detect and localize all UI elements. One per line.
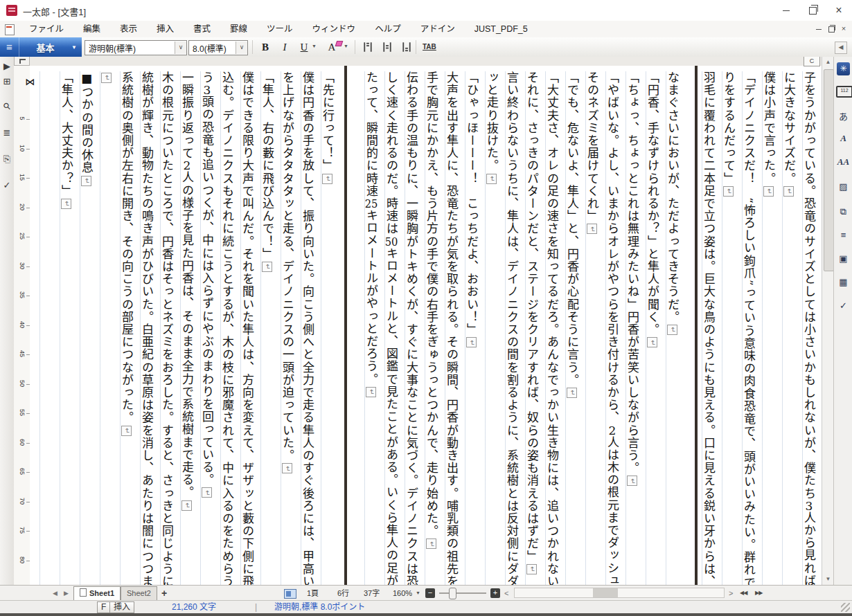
check-icon[interactable]: ✓ <box>0 180 14 190</box>
text-column[interactable]: 大声を出す隼人に、恐竜たちが気を取られる。その瞬間、円香が動き出す。哺乳類の祖先… <box>441 71 461 585</box>
zoom-level[interactable]: 160% <box>393 586 412 601</box>
document-icon[interactable] <box>5 24 15 35</box>
next-page-button[interactable]: ▶▶ <box>755 586 762 601</box>
zoom-in-button[interactable]: + <box>490 588 500 598</box>
text-column[interactable]: 一瞬振り返って2人の様子を見た円香は、そのまま全力で系統樹まで走る。↵ <box>177 71 197 585</box>
text-column[interactable]: 僕は円香の手を放して、振り向いた。向こう側へと全力で走る隼人のすぐ後ろには、甲高… <box>297 71 317 585</box>
text-column[interactable]: しく速く走れるのだ。時速は50キロメートルと、図鑑で見たことがある。いくら隼人の… <box>381 71 401 585</box>
text-column[interactable]: 「大丈夫さ、オレの足の速さを知ってるだろ。あんなでっかい生き物には、追いつかれな… <box>542 71 562 585</box>
align-top-button[interactable] <box>362 41 374 53</box>
picture-insert-icon[interactable]: ▣ <box>834 253 852 264</box>
text-column[interactable]: 子をうかがっている。恐竜のサイズとしては小さいかもしれないが、僕たち3人から見れ… <box>799 71 819 585</box>
doc-minimize-button[interactable] <box>813 24 824 34</box>
horizontal-scrollbar[interactable] <box>514 588 725 598</box>
doc-close-button[interactable]: × <box>838 24 849 34</box>
menu-item-ウィンドウ[interactable]: ウィンドウ <box>303 21 366 37</box>
underline-button[interactable]: U <box>296 39 312 55</box>
photo-date-icon[interactable]: 112 <box>836 86 852 98</box>
text-column[interactable]: それに、さっきのパターンだと、ステージをクリアすれば、奴らの姿も消えるはずだ」↵ <box>522 71 542 585</box>
text-lines-icon[interactable]: ≡ <box>834 230 852 240</box>
text-column[interactable]: ↵ <box>96 71 116 585</box>
mode-selector[interactable]: 基本 <box>19 41 71 54</box>
font-name-dropdown-icon[interactable]: ∨ <box>175 42 186 54</box>
text-column[interactable]: なまぐさいにおいが、ただよってきそうだ。↵ <box>662 71 682 585</box>
text-column[interactable]: 「隼人、大丈夫か？」↵ <box>56 71 76 585</box>
text-column[interactable]: う3頭の恐竜も追いつくが、中には入らずにやぶのまわりを回っている。↵ <box>197 71 217 585</box>
sheet-next-button[interactable]: ▶ <box>64 586 69 601</box>
text-column[interactable]: 「ちょっ、ちょっとこれは無理みたいね」円香が苦笑いしながら言う。↵ <box>622 71 642 585</box>
font-size-dropdown-icon[interactable]: ∨ <box>236 42 247 54</box>
font-size-AA-icon[interactable]: AA <box>834 156 852 167</box>
split-tab-button[interactable]: C <box>804 57 820 66</box>
text-column[interactable]: 「でも、危ないよ、隼人」と、円香が心配そうに言う。↵ <box>562 71 582 585</box>
resize-grip[interactable] <box>841 603 850 612</box>
menu-item-挿入[interactable]: 挿入 <box>147 21 184 37</box>
page-copy-icon[interactable]: ⎘ <box>0 154 14 165</box>
text-column[interactable]: を上げながらタタタタッと走る、デイノニクスの一頭が迫っていた。↵ <box>277 71 297 585</box>
text-column[interactable]: 「デイノニクスだ！ “怖ろしい鉤爪”っていう意味の肉食恐竜で、頭がいいみたい。群… <box>738 71 758 585</box>
sheet-prev-button[interactable]: ◀ <box>53 586 57 601</box>
text-column[interactable]: 羽毛に覆われて二本足で立つ姿は。巨大な鳥のようにも見える。口に見える鋭い牙からは… <box>698 71 718 585</box>
horizontal-scroll-thumb[interactable] <box>593 588 618 597</box>
font-color-button[interactable]: A <box>324 39 339 55</box>
add-sheet-button[interactable]: + <box>161 586 167 601</box>
hamburger-icon[interactable]: ≡ <box>0 37 19 57</box>
menu-item-罫線[interactable]: 罫線 <box>220 21 257 37</box>
menu-item-ファイル[interactable]: ファイル <box>19 21 73 37</box>
outline-list-icon[interactable]: ≣ <box>0 127 14 138</box>
text-column[interactable]: 「円香、手なずけられるか？」と隼人が聞く。↵ <box>642 71 662 585</box>
tab-button[interactable]: TAB <box>423 43 436 51</box>
menu-item-ツール[interactable]: ツール <box>257 21 303 37</box>
picture-frame-icon[interactable]: ▨ <box>834 181 852 192</box>
text-column[interactable]: ッと走り抜けた。↵ <box>481 71 502 585</box>
scroll-up-icon[interactable]: ▲ <box>822 57 834 68</box>
scroll-down-icon[interactable]: ▼ <box>822 574 834 585</box>
hiragana-input-icon[interactable]: あ <box>834 109 852 123</box>
vertical-scrollbar[interactable]: ▲ ▼ <box>822 57 833 585</box>
mode-f-button[interactable]: F <box>97 601 110 613</box>
text-column[interactable]: 込む。デイノニクスもそれに続こうとするが、木の枝に邪魔されて、中に入るのをためら… <box>217 71 237 585</box>
just-logo-icon[interactable]: ✳ <box>837 62 850 75</box>
doc-restore-button[interactable] <box>826 24 837 34</box>
duplicate-pages-icon[interactable]: ⧉ <box>834 206 852 217</box>
text-column[interactable]: 僕はできる限り大声で叫んだ。それを聞いた隼人は、方向を変えて、ザザッと藪の下側に… <box>237 71 257 585</box>
menu-item-書式[interactable]: 書式 <box>184 21 220 37</box>
text-column[interactable]: 系統樹の奥側が左右に開き、その向こうの部屋につながった。↵ <box>116 71 136 585</box>
menu-item-JUST_PDF_5[interactable]: JUST_PDF_5 <box>465 21 538 37</box>
text-column[interactable]: 「先に行って！」↵ <box>317 71 337 585</box>
close-button[interactable]: × <box>826 0 852 20</box>
text-column[interactable]: 手で胸元にかかえ、もう片方の手で僕の右手をぎゅうっとつかんで、走り始めた。↵ <box>421 71 441 585</box>
check-mark-icon[interactable]: ✓ <box>834 300 852 311</box>
text-column[interactable]: そのネズミを届けてくれ」↵ <box>582 71 602 585</box>
text-column[interactable]: 「隼人、右の藪に飛び込んで！」↵ <box>257 71 277 585</box>
text-column[interactable]: 僕は小声で言った。↵ <box>758 71 779 585</box>
font-size-combo[interactable]: 8.0(標準) ∨ <box>188 40 248 55</box>
zoom-out-button[interactable]: − <box>425 588 435 598</box>
text-column[interactable]: たって、瞬間的に時速25キロメートルがやっとだろう。↵ <box>361 71 381 585</box>
text-column[interactable]: 木の根元についたところで、円香はそっとネズミをおろした。すると、さっきと同じよう… <box>157 71 177 585</box>
pen-letter-icon[interactable]: A <box>834 133 852 144</box>
mode-dropdown-icon[interactable]: ▼ <box>71 44 82 51</box>
text-column[interactable]: 「やばいな。よし、いまからオレがやつらを引き付けるから、2人は木の根元までダッシ… <box>602 71 622 585</box>
grid-panes-icon[interactable]: ⊞ <box>0 76 14 87</box>
text-column[interactable]: に大きなサイズだ。↵ <box>779 71 799 585</box>
menu-item-編集[interactable]: 編集 <box>73 21 110 37</box>
minimize-button[interactable] <box>773 0 799 20</box>
restore-button[interactable] <box>799 0 826 20</box>
zoom-slider-thumb[interactable] <box>449 588 456 599</box>
text-column[interactable]: りをするんだって」↵ <box>718 71 738 585</box>
text-column[interactable]: ■つかの間の休息↵ <box>76 71 96 585</box>
mosaic-icon[interactable]: ▦ <box>834 277 852 287</box>
bold-button[interactable]: B <box>258 39 273 55</box>
insert-mode-button[interactable]: 挿入 <box>109 601 134 613</box>
sheet-tab-Sheet1[interactable]: Sheet1 <box>73 586 121 601</box>
sheet-tab-Sheet2[interactable]: Sheet2 <box>121 586 157 601</box>
menu-item-表示[interactable]: 表示 <box>110 21 147 37</box>
vertical-scroll-thumb[interactable] <box>824 69 834 271</box>
text-column[interactable]: 統樹が輝き、動物たちの鳴き声がひびいた。白亜紀の草原は姿を消し、あたりは闇につつ… <box>136 71 157 585</box>
font-name-combo[interactable]: 游明朝(標準) ∨ <box>85 40 187 55</box>
menu-item-アドイン[interactable]: アドイン <box>411 21 465 37</box>
toolbar-collapse-button[interactable]: ◀ <box>835 42 847 54</box>
jump-arrow-icon[interactable]: ▶ <box>0 61 14 71</box>
align-bottom-button[interactable] <box>400 41 413 53</box>
